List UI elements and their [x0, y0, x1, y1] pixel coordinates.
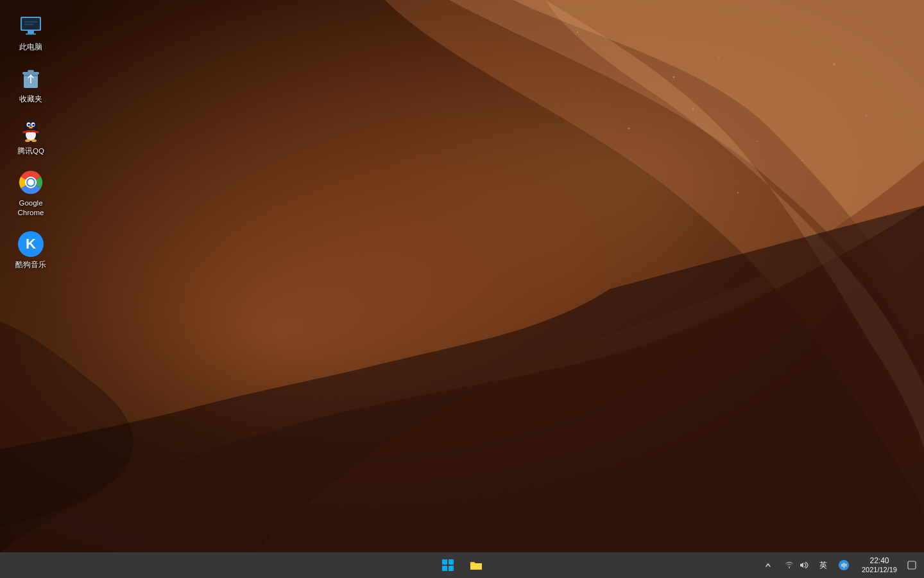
svg-point-32 — [29, 127, 33, 128]
taskbar-right: 英 中 22:40 2021/12/19 — [759, 552, 924, 578]
svg-point-4 — [628, 128, 630, 130]
language-button[interactable]: 英 — [816, 552, 831, 578]
desktop-icon-kugou[interactable]: K 酷狗音乐 — [5, 225, 56, 275]
svg-marker-45 — [800, 563, 803, 568]
svg-point-30 — [29, 124, 30, 125]
desktop-icon-computer[interactable]: 此电脑 — [5, 8, 56, 57]
qq-icon-label: 腾讯QQ — [17, 146, 44, 156]
svg-point-37 — [28, 179, 34, 186]
volume-icon — [798, 560, 809, 570]
windows-logo-icon — [442, 559, 454, 571]
svg-rect-42 — [442, 566, 447, 571]
clock-area[interactable]: 22:40 2021/12/19 — [857, 552, 902, 578]
desktop-icon-chrome[interactable]: Google Chrome — [5, 164, 56, 223]
input-method-icon: 中 — [838, 559, 850, 571]
svg-point-9 — [866, 115, 868, 117]
svg-rect-43 — [449, 566, 454, 571]
computer-icon-label: 此电脑 — [19, 42, 42, 52]
svg-point-31 — [33, 124, 35, 125]
taskbar-center — [435, 552, 489, 578]
clock-time: 22:40 — [869, 556, 889, 565]
taskbar: 英 中 22:40 2021/12/19 — [0, 552, 924, 578]
svg-rect-16 — [26, 33, 36, 35]
svg-rect-14 — [22, 18, 40, 30]
file-explorer-icon — [469, 558, 483, 572]
svg-point-7 — [737, 192, 739, 194]
tray-icons-area[interactable] — [780, 552, 813, 578]
kugou-icon: K — [17, 231, 44, 258]
taskbar-file-explorer[interactable] — [463, 552, 489, 578]
language-label: 英 — [819, 560, 827, 571]
svg-point-5 — [769, 102, 771, 103]
svg-point-11 — [692, 109, 694, 110]
svg-point-44 — [789, 567, 790, 568]
svg-text:中: 中 — [841, 563, 846, 569]
input-method-button[interactable]: 中 — [834, 552, 854, 578]
svg-rect-48 — [908, 561, 916, 569]
favorites-icon-label: 收藏夹 — [19, 94, 42, 104]
svg-rect-15 — [28, 31, 34, 33]
chevron-up-icon — [765, 562, 771, 568]
chrome-icon — [17, 169, 44, 196]
qq-icon — [17, 117, 44, 144]
svg-point-12 — [757, 141, 758, 142]
desktop-icon-favorites[interactable]: 收藏夹 — [5, 60, 56, 109]
tray-show-hidden-button[interactable] — [759, 552, 777, 578]
notification-button[interactable] — [905, 552, 919, 578]
svg-text:K: K — [26, 236, 36, 252]
svg-point-8 — [801, 160, 803, 161]
computer-icon — [17, 13, 44, 40]
notification-icon — [907, 561, 916, 570]
svg-point-3 — [718, 57, 719, 58]
clock-date: 2021/12/19 — [862, 566, 897, 574]
svg-point-33 — [25, 139, 30, 142]
desktop-icons: 此电脑 收藏夹 — [0, 0, 62, 283]
start-button[interactable] — [435, 552, 461, 578]
kugou-icon-label: 酷狗音乐 — [15, 260, 46, 270]
svg-rect-22 — [28, 70, 34, 73]
desktop: 此电脑 收藏夹 — [0, 0, 924, 552]
svg-point-34 — [31, 139, 37, 142]
svg-point-10 — [577, 31, 578, 33]
svg-rect-41 — [449, 559, 454, 565]
svg-point-6 — [833, 63, 835, 66]
svg-rect-40 — [442, 559, 447, 565]
favorites-icon — [17, 65, 44, 92]
chrome-icon-label: Google Chrome — [8, 198, 54, 218]
desktop-icon-qq[interactable]: 腾讯QQ — [5, 112, 56, 161]
svg-point-2 — [673, 76, 675, 78]
network-icon — [784, 560, 794, 570]
